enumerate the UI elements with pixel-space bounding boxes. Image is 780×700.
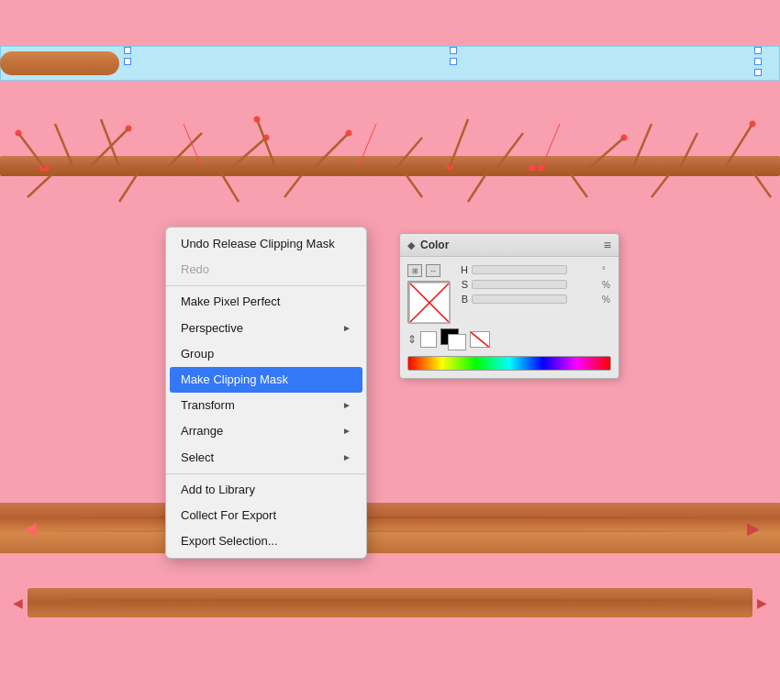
h-label: H bbox=[457, 264, 468, 275]
menu-item-make-pixel-perfect[interactable]: Make Pixel Perfect bbox=[166, 289, 366, 315]
color-panel-header: ◆ Color ≡ bbox=[400, 234, 618, 257]
menu-item-group[interactable]: Group bbox=[166, 341, 366, 367]
menu-divider-1 bbox=[166, 285, 366, 286]
bottom-stripe-2: ◀ ▶ bbox=[28, 588, 752, 617]
color-mode-icon-1[interactable]: ⊞ bbox=[407, 264, 422, 277]
color-swatch-svg bbox=[408, 282, 451, 324]
bottom-stripe-1: ◀ ▶ bbox=[0, 503, 780, 553]
swatch-arrow-icon: ⇕ bbox=[407, 333, 417, 346]
color-icons-col: ⊞ ↔ bbox=[407, 264, 450, 323]
selection-handle bbox=[124, 58, 131, 65]
select-arrow-icon: ► bbox=[342, 451, 351, 464]
selection-handle bbox=[754, 47, 762, 54]
color-mode-icon-2[interactable]: ↔ bbox=[426, 264, 440, 277]
color-small-swatches: ⇕ bbox=[407, 328, 611, 350]
white-small-swatch[interactable] bbox=[448, 334, 466, 350]
right-arrow-icon: ▶ bbox=[747, 518, 760, 539]
color-panel-body: ⊞ ↔ bbox=[400, 257, 618, 378]
arrange-arrow-icon: ► bbox=[342, 425, 351, 438]
perspective-arrow-icon: ► bbox=[342, 322, 351, 335]
menu-item-collect-for-export[interactable]: Collect For Export bbox=[166, 503, 366, 528]
svg-point-9 bbox=[539, 165, 545, 172]
wood-grain-2 bbox=[39, 530, 741, 532]
color-panel: ◆ Color ≡ ⊞ ↔ bbox=[399, 233, 619, 379]
selection-handle bbox=[754, 69, 762, 76]
s-unit: % bbox=[602, 280, 611, 290]
s-slider-row: S % bbox=[457, 279, 611, 290]
selection-handle bbox=[450, 58, 457, 65]
selection-handle bbox=[124, 47, 131, 54]
wood-stick-top bbox=[0, 51, 119, 75]
menu-item-select[interactable]: Select ► bbox=[166, 445, 366, 471]
left-arrow-2-icon: ◀ bbox=[13, 595, 23, 610]
b-slider-row: B % bbox=[457, 294, 611, 305]
context-menu: Undo Release Clipping Mask Redo Make Pix… bbox=[165, 227, 367, 559]
s-slider-track[interactable] bbox=[472, 280, 567, 289]
menu-item-make-clipping-mask[interactable]: Make Clipping Mask bbox=[170, 367, 362, 393]
menu-item-add-to-library[interactable]: Add to Library bbox=[166, 477, 366, 503]
wood-grain-3 bbox=[64, 599, 717, 601]
none-swatch[interactable] bbox=[470, 331, 490, 348]
swatch-pair bbox=[440, 328, 466, 350]
panel-expand-icon: ◆ bbox=[407, 239, 415, 251]
h-unit: ° bbox=[602, 265, 611, 275]
menu-item-export-selection[interactable]: Export Selection... bbox=[166, 528, 366, 554]
menu-divider-2 bbox=[166, 473, 366, 474]
menu-item-redo[interactable]: Redo bbox=[166, 257, 366, 283]
h-slider-row: H ° bbox=[457, 264, 611, 275]
menu-item-arrange[interactable]: Arrange ► bbox=[166, 418, 366, 444]
selection-handle bbox=[754, 58, 762, 65]
transform-arrow-icon: ► bbox=[342, 399, 351, 412]
color-gradient-bar[interactable] bbox=[407, 356, 611, 371]
color-panel-top: ⊞ ↔ bbox=[407, 264, 611, 323]
right-arrow-2-icon: ▶ bbox=[757, 595, 767, 610]
canvas: Undo Release Clipping Mask Redo Make Pix… bbox=[0, 0, 780, 700]
b-label: B bbox=[457, 294, 468, 305]
section-separator-1 bbox=[0, 553, 780, 588]
left-arrow-icon: ◀ bbox=[24, 518, 37, 539]
menu-item-transform[interactable]: Transform ► bbox=[166, 393, 366, 418]
svg-point-8 bbox=[529, 165, 536, 172]
menu-item-perspective[interactable]: Perspective ► bbox=[166, 316, 366, 341]
color-swatch-box[interactable] bbox=[407, 281, 450, 323]
color-panel-title: Color bbox=[420, 239, 449, 251]
color-mode-icons: ⊞ ↔ bbox=[407, 264, 450, 277]
b-unit: % bbox=[602, 294, 611, 305]
twigs-svg bbox=[0, 115, 780, 211]
color-panel-menu-icon[interactable]: ≡ bbox=[604, 238, 611, 252]
white-swatch[interactable] bbox=[420, 331, 437, 348]
h-slider-track[interactable] bbox=[472, 265, 567, 274]
branch-area bbox=[0, 115, 780, 211]
menu-item-undo-release[interactable]: Undo Release Clipping Mask bbox=[166, 231, 366, 257]
s-label: S bbox=[457, 279, 468, 290]
svg-line-16 bbox=[471, 332, 490, 348]
color-sliders: H ° S % B bbox=[457, 264, 611, 308]
b-slider-track[interactable] bbox=[472, 294, 567, 304]
selection-handle bbox=[450, 47, 457, 54]
